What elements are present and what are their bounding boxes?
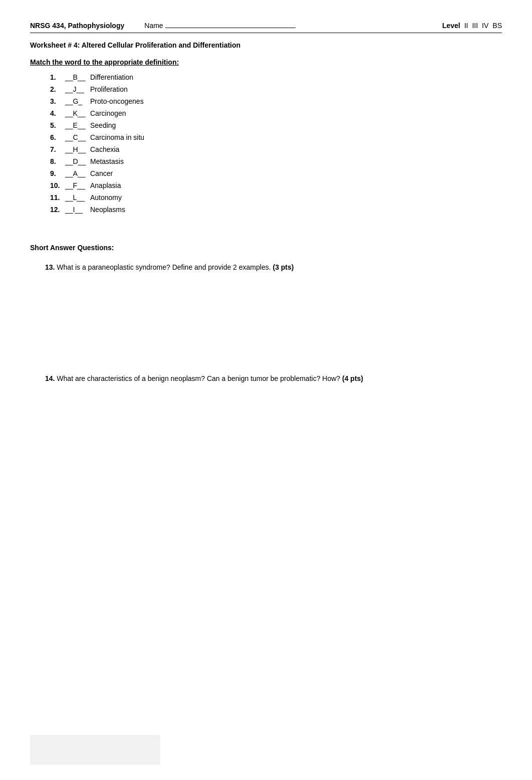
match-list-item: 11.__L__Autonomy bbox=[50, 193, 502, 202]
match-list-item: 4.__K__Carcinogen bbox=[50, 109, 502, 117]
level-section: Level II III IV BS bbox=[442, 22, 502, 30]
match-list-item: 8.__D__Metastasis bbox=[50, 157, 502, 165]
item-answer: __D__ bbox=[65, 157, 90, 165]
short-answer-title: Short Answer Questions: bbox=[30, 244, 502, 252]
item-number: 5. bbox=[50, 121, 65, 129]
match-list-item: 10.__F__Anaplasia bbox=[50, 181, 502, 189]
question-13-points: (3 pts) bbox=[273, 263, 294, 271]
item-term: Autonomy bbox=[90, 193, 122, 202]
header-row: NRSG 434, Pathophysiology Name Level II … bbox=[30, 20, 502, 33]
short-answer-section: Short Answer Questions: 13. What is a pa… bbox=[30, 244, 502, 465]
item-number: 8. bbox=[50, 157, 65, 165]
footer-image bbox=[30, 735, 160, 765]
item-term: Anaplasia bbox=[90, 181, 121, 189]
item-number: 10. bbox=[50, 181, 65, 189]
item-number: 6. bbox=[50, 133, 65, 141]
section-instruction: Match the word to the appropriate defini… bbox=[30, 58, 502, 66]
match-list-item: 12.__I__Neoplasms bbox=[50, 206, 502, 214]
item-answer: __I__ bbox=[65, 206, 90, 214]
item-answer: __H__ bbox=[65, 145, 90, 153]
item-term: Carcinoma in situ bbox=[90, 133, 144, 141]
question-13: 13. What is a paraneoplastic syndrome? D… bbox=[30, 262, 502, 353]
name-line bbox=[165, 20, 296, 28]
item-answer: __G_ bbox=[65, 97, 90, 105]
level-option-iv: IV bbox=[482, 22, 488, 30]
question-13-answer-space bbox=[45, 273, 502, 353]
level-option-bs: BS bbox=[492, 22, 502, 30]
item-number: 4. bbox=[50, 109, 65, 117]
item-answer: __K__ bbox=[65, 109, 90, 117]
item-answer: __C__ bbox=[65, 133, 90, 141]
question-14-answer-space bbox=[45, 384, 502, 465]
match-list-item: 3.__G_Proto-oncogenes bbox=[50, 97, 502, 105]
item-number: 2. bbox=[50, 85, 65, 93]
match-list-item: 5.__E__Seeding bbox=[50, 121, 502, 129]
item-term: Carcinogen bbox=[90, 109, 126, 117]
question-13-text: 13. What is a paraneoplastic syndrome? D… bbox=[45, 263, 294, 271]
level-option-ii: II bbox=[464, 22, 468, 30]
item-number: 12. bbox=[50, 206, 65, 214]
item-term: Proto-oncogenes bbox=[90, 97, 144, 105]
question-14-text: 14. What are characteristics of a benign… bbox=[45, 374, 363, 382]
question-14: 14. What are characteristics of a benign… bbox=[30, 373, 502, 464]
item-number: 1. bbox=[50, 73, 65, 81]
item-answer: __L__ bbox=[65, 193, 90, 202]
item-term: Cancer bbox=[90, 169, 113, 177]
item-number: 3. bbox=[50, 97, 65, 105]
level-label: Level bbox=[442, 22, 460, 30]
item-number: 7. bbox=[50, 145, 65, 153]
match-list-item: 1.__B__Differentiation bbox=[50, 73, 502, 81]
match-list-item: 6.__C__Carcinoma in situ bbox=[50, 133, 502, 141]
item-number: 11. bbox=[50, 193, 65, 202]
match-list-item: 7.__H__Cachexia bbox=[50, 145, 502, 153]
name-section: Name bbox=[144, 20, 432, 30]
item-term: Differentiation bbox=[90, 73, 133, 81]
worksheet-title: Worksheet # 4: Altered Cellular Prolifer… bbox=[30, 41, 502, 49]
match-list: 1.__B__Differentiation2.__J__Proliferati… bbox=[30, 73, 502, 214]
item-answer: __J__ bbox=[65, 85, 90, 93]
item-term: Metastasis bbox=[90, 157, 124, 165]
match-list-item: 2.__J__Proliferation bbox=[50, 85, 502, 93]
item-term: Proliferation bbox=[90, 85, 128, 93]
question-13-number: 13. bbox=[45, 263, 55, 271]
item-number: 9. bbox=[50, 169, 65, 177]
question-14-points: (4 pts) bbox=[342, 374, 363, 382]
item-answer: __E__ bbox=[65, 121, 90, 129]
item-term: Neoplasms bbox=[90, 206, 125, 214]
item-answer: __F__ bbox=[65, 181, 90, 189]
item-term: Seeding bbox=[90, 121, 116, 129]
item-answer: __B__ bbox=[65, 73, 90, 81]
match-list-item: 9.__A__Cancer bbox=[50, 169, 502, 177]
question-14-number: 14. bbox=[45, 374, 55, 382]
name-label: Name bbox=[144, 22, 163, 30]
item-term: Cachexia bbox=[90, 145, 119, 153]
course-label: NRSG 434, Pathophysiology bbox=[30, 22, 124, 30]
item-answer: __A__ bbox=[65, 169, 90, 177]
level-option-iii: III bbox=[472, 22, 478, 30]
